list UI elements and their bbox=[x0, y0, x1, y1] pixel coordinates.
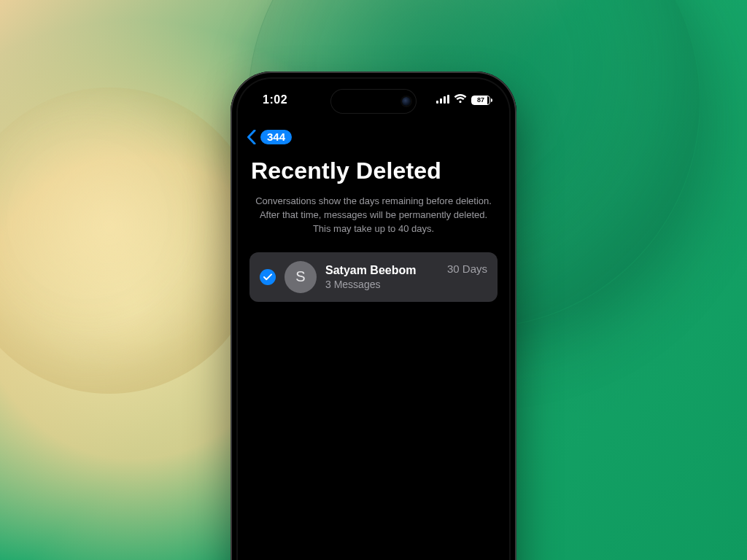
phone-screen: 1:02 bbox=[238, 79, 509, 560]
status-bar: 1:02 bbox=[238, 79, 509, 121]
svg-rect-2 bbox=[444, 96, 446, 104]
battery-indicator: 87 bbox=[471, 96, 490, 105]
svg-rect-3 bbox=[447, 95, 449, 104]
selection-checkmark-icon[interactable] bbox=[260, 269, 276, 285]
page-content: Recently Deleted Conversations show the … bbox=[238, 155, 509, 560]
battery-percent: 87 bbox=[477, 96, 484, 104]
page-description: Conversations show the days remaining be… bbox=[249, 195, 498, 236]
conversation-row[interactable]: S Satyam Beebom 3 Messages 30 Days bbox=[249, 252, 498, 302]
page-title: Recently Deleted bbox=[251, 158, 496, 184]
phone-frame: 1:02 bbox=[231, 71, 516, 560]
avatar-initial: S bbox=[295, 268, 305, 285]
back-button[interactable]: 344 bbox=[247, 130, 292, 144]
svg-rect-1 bbox=[440, 98, 442, 104]
status-time: 1:02 bbox=[263, 93, 287, 106]
avatar: S bbox=[285, 261, 317, 293]
days-remaining: 30 Days bbox=[447, 262, 487, 275]
wallpaper-blob bbox=[0, 88, 263, 394]
conversation-subtitle: 3 Messages bbox=[325, 279, 438, 290]
cellular-signal-icon bbox=[436, 93, 449, 106]
chevron-left-icon bbox=[247, 130, 256, 144]
svg-rect-0 bbox=[436, 101, 438, 104]
nav-bar: 344 bbox=[238, 124, 509, 150]
wifi-icon bbox=[454, 93, 467, 106]
back-badge-count: 344 bbox=[260, 130, 292, 144]
conversation-name: Satyam Beebom bbox=[325, 264, 438, 277]
